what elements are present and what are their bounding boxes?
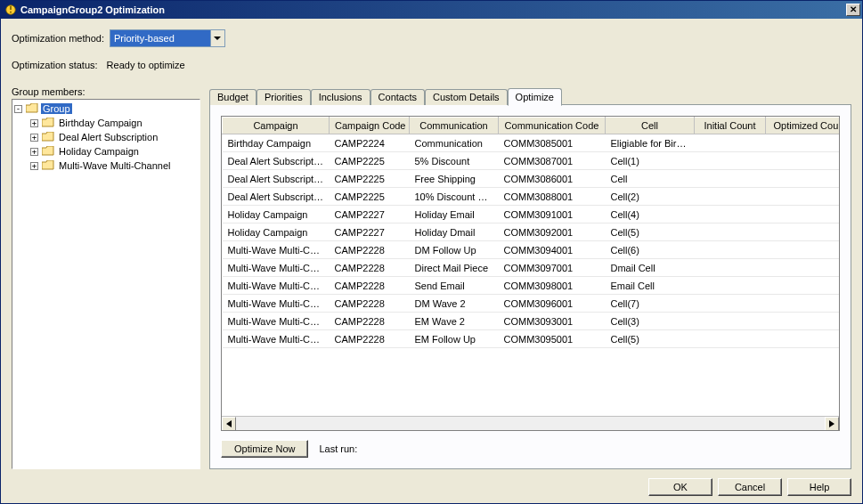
table-cell: DM Wave 2 — [410, 295, 499, 313]
table-cell — [766, 295, 840, 313]
table-row[interactable]: Multi-Wave Multi-Cha...CAMP2228Direct Ma… — [223, 259, 840, 277]
table-cell — [695, 313, 766, 330]
tree-root[interactable]: - Group — [14, 102, 198, 116]
dialog-button-bar: OK Cancel Help — [12, 469, 851, 496]
grid-scroll[interactable]: CampaignCampaign CodeCommunicationCommun… — [222, 117, 839, 416]
table-cell: COMM3097001 — [499, 259, 606, 277]
scroll-left-button[interactable] — [222, 417, 236, 431]
cancel-button[interactable]: Cancel — [718, 478, 782, 496]
table-cell: Multi-Wave Multi-Cha... — [223, 241, 330, 259]
tree-node[interactable]: +Birthday Campaign — [14, 116, 198, 130]
column-header[interactable]: Communication — [410, 118, 499, 134]
column-header[interactable]: Campaign — [223, 118, 330, 134]
table-row[interactable]: Multi-Wave Multi-Cha...CAMP2228Send Emai… — [223, 277, 840, 295]
folder-icon — [42, 160, 54, 171]
ok-button[interactable]: OK — [648, 478, 712, 496]
table-cell — [695, 188, 766, 206]
tab-priorities[interactable]: Priorities — [256, 89, 311, 105]
table-cell — [766, 330, 840, 348]
table-cell: Cell(5) — [606, 224, 695, 241]
close-icon: ✕ — [850, 4, 857, 14]
column-header[interactable]: Cell — [606, 118, 695, 134]
table-cell: CAMP2225 — [330, 152, 410, 170]
table-cell — [766, 170, 840, 188]
column-header[interactable]: Optimized Count — [766, 118, 840, 134]
tree-node[interactable]: +Holiday Campaign — [14, 144, 198, 159]
table-cell: Cell(5) — [606, 330, 695, 348]
table-cell: Communication — [410, 134, 499, 152]
column-header[interactable]: Initial Count — [695, 118, 766, 134]
table-cell: Deal Alert Subscription — [223, 188, 330, 206]
table-cell — [766, 152, 840, 170]
tree-node-label: Multi-Wave Multi-Channel — [57, 160, 173, 171]
table-cell — [766, 277, 840, 295]
table-cell: Multi-Wave Multi-Cha... — [223, 313, 330, 330]
close-button[interactable]: ✕ — [846, 4, 860, 16]
table-cell: CAMP2228 — [330, 259, 410, 277]
table-cell — [766, 134, 840, 152]
optimize-now-button[interactable]: Optimize Now — [221, 440, 308, 458]
tab-inclusions[interactable]: Inclusions — [311, 89, 370, 105]
table-cell: Multi-Wave Multi-Cha... — [223, 330, 330, 348]
expand-icon[interactable]: + — [30, 134, 38, 142]
table-cell — [766, 313, 840, 330]
tab-custom-details[interactable]: Custom Details — [425, 89, 508, 105]
column-header[interactable]: Campaign Code — [330, 118, 410, 134]
table-row[interactable]: Multi-Wave Multi-Cha...CAMP2228DM Wave 2… — [223, 295, 840, 313]
collapse-icon[interactable]: - — [14, 105, 22, 113]
folder-open-icon — [26, 103, 38, 114]
table-row[interactable]: Birthday CampaignCAMP2224CommunicationCO… — [223, 134, 840, 152]
tab-budget[interactable]: Budget — [209, 89, 256, 105]
table-cell: Send Email — [410, 277, 499, 295]
table-row[interactable]: Multi-Wave Multi-Cha...CAMP2228DM Follow… — [223, 241, 840, 259]
grid-hscrollbar[interactable] — [222, 416, 839, 430]
table-cell — [766, 206, 840, 224]
tab-body-optimize: CampaignCampaign CodeCommunicationCommun… — [209, 104, 851, 469]
optimize-grid[interactable]: CampaignCampaign CodeCommunicationCommun… — [221, 116, 840, 431]
table-cell: Holiday Email — [410, 206, 499, 224]
table-cell: Cell(1) — [606, 152, 695, 170]
table-cell — [695, 277, 766, 295]
scroll-right-button[interactable] — [825, 417, 839, 431]
expand-icon[interactable]: + — [30, 162, 38, 170]
table-row[interactable]: Deal Alert SubscriptionCAMP222510% Disco… — [223, 188, 840, 206]
tab-contacts[interactable]: Contacts — [370, 89, 425, 105]
table-cell: Email Cell — [606, 277, 695, 295]
table-cell: CAMP2225 — [330, 188, 410, 206]
table-cell: CAMP2227 — [330, 224, 410, 241]
table-row[interactable]: Multi-Wave Multi-Cha...CAMP2228EM Follow… — [223, 330, 840, 348]
table-cell: Deal Alert Subscription — [223, 152, 330, 170]
tree-node[interactable]: +Multi-Wave Multi-Channel — [14, 159, 198, 173]
table-row[interactable]: Deal Alert SubscriptionCAMP22255% Discou… — [223, 152, 840, 170]
table-cell — [766, 188, 840, 206]
method-combo[interactable]: Priority-based — [110, 29, 225, 47]
folder-icon — [42, 146, 54, 157]
table-cell — [695, 259, 766, 277]
tree-node-label: Birthday Campaign — [57, 118, 144, 128]
table-row[interactable]: Holiday CampaignCAMP2227Holiday DmailCOM… — [223, 224, 840, 241]
table-row[interactable]: Holiday CampaignCAMP2227Holiday EmailCOM… — [223, 206, 840, 224]
scroll-track[interactable] — [236, 417, 825, 431]
table-cell: DM Follow Up — [410, 241, 499, 259]
table-cell: COMM3096001 — [499, 295, 606, 313]
table-cell — [766, 224, 840, 241]
table-row[interactable]: Multi-Wave Multi-Cha...CAMP2228EM Wave 2… — [223, 313, 840, 330]
table-cell: Holiday Dmail — [410, 224, 499, 241]
column-header[interactable]: Communication Code — [499, 118, 606, 134]
table-cell: Cell(6) — [606, 241, 695, 259]
tab-optimize[interactable]: Optimize — [508, 88, 562, 106]
group-tree[interactable]: - Group +Birthday Campaign+Deal Alert Su… — [12, 99, 200, 469]
table-cell: EM Wave 2 — [410, 313, 499, 330]
table-row[interactable]: Deal Alert SubscriptionCAMP2225Free Ship… — [223, 170, 840, 188]
tree-node[interactable]: +Deal Alert Subscription — [14, 130, 198, 144]
expand-icon[interactable]: + — [30, 119, 38, 127]
method-combo-button[interactable] — [210, 30, 224, 46]
table-cell: COMM3087001 — [499, 152, 606, 170]
table-cell: CAMP2225 — [330, 170, 410, 188]
last-run-label: Last run: — [319, 443, 357, 454]
table-cell: CAMP2228 — [330, 277, 410, 295]
help-button[interactable]: Help — [787, 478, 851, 496]
client-area: Optimization method: Priority-based Opti… — [1, 19, 862, 503]
table-cell — [695, 295, 766, 313]
expand-icon[interactable]: + — [30, 148, 38, 156]
